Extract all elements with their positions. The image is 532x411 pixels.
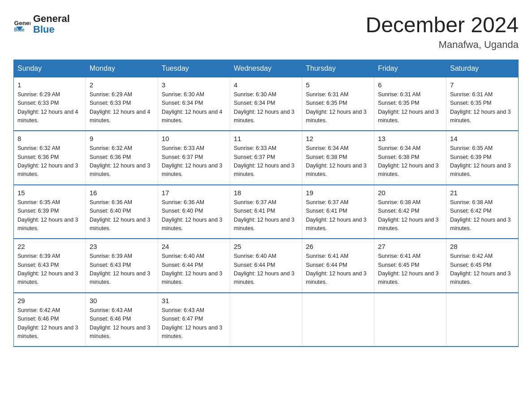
day-info: Sunrise: 6:35 AMSunset: 6:39 PMDaylight:… bbox=[450, 144, 515, 179]
calendar-cell bbox=[302, 293, 374, 347]
day-number: 11 bbox=[234, 135, 298, 142]
calendar-week-row: 29Sunrise: 6:42 AMSunset: 6:46 PMDayligh… bbox=[14, 293, 519, 347]
day-info: Sunrise: 6:32 AMSunset: 6:36 PMDaylight:… bbox=[17, 144, 82, 179]
calendar-week-row: 8Sunrise: 6:32 AMSunset: 6:36 PMDaylight… bbox=[14, 131, 519, 185]
day-number: 4 bbox=[234, 81, 298, 89]
day-info: Sunrise: 6:33 AMSunset: 6:37 PMDaylight:… bbox=[234, 144, 298, 179]
day-info: Sunrise: 6:43 AMSunset: 6:46 PMDaylight:… bbox=[90, 306, 154, 341]
day-number: 19 bbox=[306, 189, 370, 197]
calendar-week-row: 1Sunrise: 6:29 AMSunset: 6:33 PMDaylight… bbox=[14, 77, 519, 131]
day-number: 16 bbox=[90, 189, 154, 197]
day-number: 3 bbox=[162, 81, 226, 89]
calendar-cell: 31Sunrise: 6:43 AMSunset: 6:47 PMDayligh… bbox=[158, 293, 230, 347]
weekday-header-wednesday: Wednesday bbox=[230, 60, 302, 77]
day-info: Sunrise: 6:38 AMSunset: 6:42 PMDaylight:… bbox=[378, 198, 442, 233]
day-number: 31 bbox=[162, 297, 226, 304]
calendar-cell: 30Sunrise: 6:43 AMSunset: 6:46 PMDayligh… bbox=[86, 293, 158, 347]
day-number: 7 bbox=[450, 81, 515, 89]
calendar-cell: 15Sunrise: 6:35 AMSunset: 6:39 PMDayligh… bbox=[14, 185, 86, 239]
day-info: Sunrise: 6:31 AMSunset: 6:35 PMDaylight:… bbox=[378, 90, 442, 125]
svg-text:Blue: Blue bbox=[14, 27, 25, 32]
calendar-cell: 4Sunrise: 6:30 AMSunset: 6:34 PMDaylight… bbox=[230, 77, 302, 131]
calendar-cell: 21Sunrise: 6:38 AMSunset: 6:42 PMDayligh… bbox=[446, 185, 519, 239]
calendar-cell: 22Sunrise: 6:39 AMSunset: 6:43 PMDayligh… bbox=[14, 239, 86, 293]
calendar-cell: 5Sunrise: 6:31 AMSunset: 6:35 PMDaylight… bbox=[302, 77, 374, 131]
calendar-cell: 11Sunrise: 6:33 AMSunset: 6:37 PMDayligh… bbox=[230, 131, 302, 185]
calendar-cell: 18Sunrise: 6:37 AMSunset: 6:41 PMDayligh… bbox=[230, 185, 302, 239]
calendar-week-row: 22Sunrise: 6:39 AMSunset: 6:43 PMDayligh… bbox=[14, 239, 519, 293]
weekday-header-tuesday: Tuesday bbox=[158, 60, 230, 77]
day-number: 6 bbox=[378, 81, 442, 89]
day-number: 9 bbox=[90, 135, 154, 142]
calendar-week-row: 15Sunrise: 6:35 AMSunset: 6:39 PMDayligh… bbox=[14, 185, 519, 239]
logo-blue: Blue bbox=[33, 24, 70, 35]
day-number: 22 bbox=[17, 243, 82, 250]
title-block: December 2024 Manafwa, Uganda bbox=[365, 13, 519, 51]
day-info: Sunrise: 6:34 AMSunset: 6:38 PMDaylight:… bbox=[378, 144, 442, 179]
calendar-cell bbox=[230, 293, 302, 347]
calendar-cell: 16Sunrise: 6:36 AMSunset: 6:40 PMDayligh… bbox=[86, 185, 158, 239]
day-info: Sunrise: 6:36 AMSunset: 6:40 PMDaylight:… bbox=[90, 198, 154, 233]
day-info: Sunrise: 6:30 AMSunset: 6:34 PMDaylight:… bbox=[234, 90, 298, 125]
calendar-cell bbox=[446, 293, 519, 347]
month-title: December 2024 bbox=[365, 13, 519, 37]
day-info: Sunrise: 6:32 AMSunset: 6:36 PMDaylight:… bbox=[90, 144, 154, 179]
calendar-cell: 23Sunrise: 6:39 AMSunset: 6:43 PMDayligh… bbox=[86, 239, 158, 293]
day-info: Sunrise: 6:36 AMSunset: 6:40 PMDaylight:… bbox=[162, 198, 226, 233]
day-number: 17 bbox=[162, 189, 226, 197]
calendar-cell: 20Sunrise: 6:38 AMSunset: 6:42 PMDayligh… bbox=[374, 185, 446, 239]
calendar-cell: 13Sunrise: 6:34 AMSunset: 6:38 PMDayligh… bbox=[374, 131, 446, 185]
weekday-header-sunday: Sunday bbox=[14, 60, 86, 77]
day-info: Sunrise: 6:31 AMSunset: 6:35 PMDaylight:… bbox=[450, 90, 515, 125]
calendar-cell: 19Sunrise: 6:37 AMSunset: 6:41 PMDayligh… bbox=[302, 185, 374, 239]
weekday-header-thursday: Thursday bbox=[302, 60, 374, 77]
weekday-header-saturday: Saturday bbox=[446, 60, 519, 77]
day-info: Sunrise: 6:39 AMSunset: 6:43 PMDaylight:… bbox=[90, 252, 154, 287]
day-info: Sunrise: 6:43 AMSunset: 6:47 PMDaylight:… bbox=[162, 306, 226, 341]
day-number: 21 bbox=[450, 189, 515, 197]
day-number: 27 bbox=[378, 243, 442, 250]
calendar-cell: 6Sunrise: 6:31 AMSunset: 6:35 PMDaylight… bbox=[374, 77, 446, 131]
day-info: Sunrise: 6:39 AMSunset: 6:43 PMDaylight:… bbox=[17, 252, 82, 287]
day-number: 30 bbox=[90, 297, 154, 304]
calendar-cell: 2Sunrise: 6:29 AMSunset: 6:33 PMDaylight… bbox=[86, 77, 158, 131]
day-info: Sunrise: 6:38 AMSunset: 6:42 PMDaylight:… bbox=[450, 198, 515, 233]
day-info: Sunrise: 6:37 AMSunset: 6:41 PMDaylight:… bbox=[234, 198, 298, 233]
day-info: Sunrise: 6:40 AMSunset: 6:44 PMDaylight:… bbox=[162, 252, 226, 287]
day-number: 23 bbox=[90, 243, 154, 250]
day-number: 2 bbox=[90, 81, 154, 89]
weekday-header-monday: Monday bbox=[86, 60, 158, 77]
logo-general: General bbox=[33, 13, 70, 24]
page-header: General Blue General Blue December 2024 … bbox=[13, 13, 519, 51]
day-info: Sunrise: 6:41 AMSunset: 6:45 PMDaylight:… bbox=[378, 252, 442, 287]
calendar-cell: 25Sunrise: 6:40 AMSunset: 6:44 PMDayligh… bbox=[230, 239, 302, 293]
calendar-cell: 12Sunrise: 6:34 AMSunset: 6:38 PMDayligh… bbox=[302, 131, 374, 185]
day-number: 26 bbox=[306, 243, 370, 250]
day-info: Sunrise: 6:42 AMSunset: 6:45 PMDaylight:… bbox=[450, 252, 515, 287]
weekday-header-friday: Friday bbox=[374, 60, 446, 77]
day-info: Sunrise: 6:29 AMSunset: 6:33 PMDaylight:… bbox=[17, 90, 82, 125]
logo: General Blue General Blue bbox=[13, 13, 70, 35]
calendar-cell: 24Sunrise: 6:40 AMSunset: 6:44 PMDayligh… bbox=[158, 239, 230, 293]
calendar-cell: 3Sunrise: 6:30 AMSunset: 6:34 PMDaylight… bbox=[158, 77, 230, 131]
calendar-cell: 9Sunrise: 6:32 AMSunset: 6:36 PMDaylight… bbox=[86, 131, 158, 185]
day-number: 24 bbox=[162, 243, 226, 250]
day-number: 14 bbox=[450, 135, 515, 142]
calendar-cell: 28Sunrise: 6:42 AMSunset: 6:45 PMDayligh… bbox=[446, 239, 519, 293]
day-number: 5 bbox=[306, 81, 370, 89]
calendar-cell: 1Sunrise: 6:29 AMSunset: 6:33 PMDaylight… bbox=[14, 77, 86, 131]
calendar-cell: 14Sunrise: 6:35 AMSunset: 6:39 PMDayligh… bbox=[446, 131, 519, 185]
day-info: Sunrise: 6:40 AMSunset: 6:44 PMDaylight:… bbox=[234, 252, 298, 287]
day-number: 18 bbox=[234, 189, 298, 197]
logo-icon: General Blue bbox=[13, 16, 30, 33]
calendar-table: SundayMondayTuesdayWednesdayThursdayFrid… bbox=[13, 60, 519, 347]
day-number: 29 bbox=[17, 297, 82, 304]
calendar-cell: 7Sunrise: 6:31 AMSunset: 6:35 PMDaylight… bbox=[446, 77, 519, 131]
calendar-cell: 29Sunrise: 6:42 AMSunset: 6:46 PMDayligh… bbox=[14, 293, 86, 347]
day-number: 28 bbox=[450, 243, 515, 250]
day-number: 10 bbox=[162, 135, 226, 142]
day-number: 15 bbox=[17, 189, 82, 197]
day-info: Sunrise: 6:34 AMSunset: 6:38 PMDaylight:… bbox=[306, 144, 370, 179]
day-info: Sunrise: 6:30 AMSunset: 6:34 PMDaylight:… bbox=[162, 90, 226, 125]
calendar-cell: 10Sunrise: 6:33 AMSunset: 6:37 PMDayligh… bbox=[158, 131, 230, 185]
